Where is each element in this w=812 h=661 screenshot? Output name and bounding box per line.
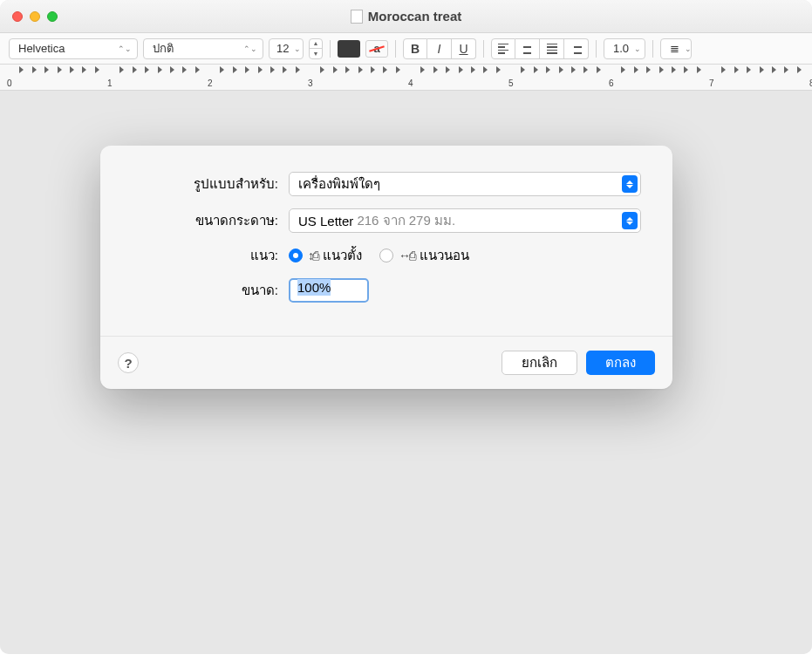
orientation-landscape-radio[interactable]: ↔⎙ แนวนอน (379, 245, 469, 266)
page-setup-dialog: รูปแบบสำหรับ: เครื่องพิมพ์ใดๆ ขนาดกระดาษ… (100, 146, 672, 389)
scale-value: 100% (297, 279, 331, 296)
cancel-button[interactable]: ยกเลิก (502, 351, 577, 375)
modal-overlay: รูปแบบสำหรับ: เครื่องพิมพ์ใดๆ ขนาดกระดาษ… (0, 0, 812, 654)
format-for-select[interactable]: เครื่องพิมพ์ใดๆ (289, 172, 641, 196)
orientation-label: แนว: (132, 245, 289, 266)
orientation-portrait-radio[interactable]: ↕⎙ แนวตั้ง (289, 245, 362, 266)
scale-label: ขนาด: (132, 280, 289, 301)
radio-selected-icon (289, 249, 303, 262)
orientation-landscape-label: แนวนอน (420, 245, 469, 266)
format-for-label: รูปแบบสำหรับ: (132, 174, 289, 194)
format-for-value: เครื่องพิมพ์ใดๆ (298, 174, 622, 194)
help-button[interactable]: ? (118, 352, 139, 373)
landscape-icon: ↔⎙ (399, 249, 414, 262)
paper-size-label: ขนาดกระดาษ: (132, 210, 289, 231)
ok-button[interactable]: ตกลง (586, 351, 655, 375)
orientation-group: ↕⎙ แนวตั้ง ↔⎙ แนวนอน (289, 245, 469, 266)
select-arrows-icon (622, 175, 638, 193)
orientation-portrait-label: แนวตั้ง (323, 245, 362, 266)
paper-size-detail: 216 จาก 279 มม. (357, 210, 455, 231)
paper-size-value: US Letter (298, 214, 353, 228)
scale-input[interactable]: 100% (289, 278, 369, 303)
select-arrows-icon (622, 212, 638, 229)
app-window: Moroccan treat Helvetica ⌃⌄ ปกติ ⌃⌄ 12 ⌄… (0, 0, 812, 654)
paper-size-select[interactable]: US Letter 216 จาก 279 มม. (289, 208, 641, 233)
portrait-icon: ↕⎙ (308, 249, 317, 262)
radio-unselected-icon (379, 249, 393, 262)
